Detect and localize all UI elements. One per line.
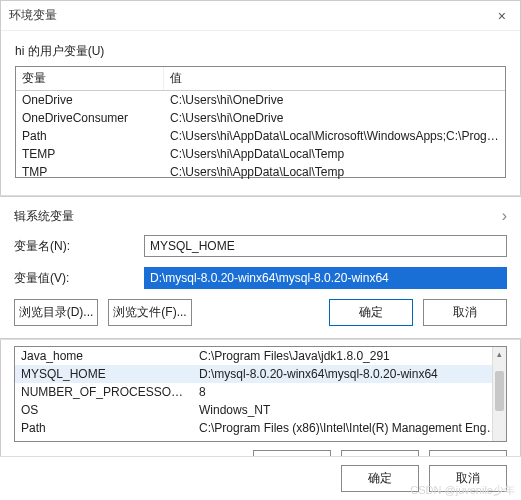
table-row[interactable]: OSWindows_NT [15, 401, 506, 419]
browse-dir-button[interactable]: 浏览目录(D)... [14, 299, 98, 326]
table-row[interactable]: OneDriveC:\Users\hi\OneDrive [16, 91, 505, 109]
user-vars-label: hi 的用户变量(U) [15, 43, 506, 60]
scroll-up-icon[interactable]: ▴ [493, 347, 506, 361]
table-row[interactable]: PATHEXT.COM;.EXE;.BAT;.CMD;.VBS;.VBE;.JS… [15, 437, 506, 442]
user-vars-body: OneDriveC:\Users\hi\OneDrive OneDriveCon… [16, 91, 505, 181]
titlebar: 环境变量 × [1, 1, 520, 31]
var-value-input[interactable]: D:\mysql-8.0.20-winx64\mysql-8.0.20-winx… [144, 267, 507, 289]
edit-button-row: 浏览目录(D)... 浏览文件(F)... 确定 取消 [14, 299, 507, 326]
name-row: 变量名(N): [14, 235, 507, 257]
edit-title: 辑系统变量 [14, 208, 74, 225]
table-header: 变量 值 [16, 67, 505, 91]
system-vars-body: Java_homeC:\Program Files\Java\jdk1.8.0_… [15, 347, 506, 442]
scrollbar[interactable]: ▴ [492, 347, 506, 441]
user-vars-table[interactable]: 变量 值 OneDriveC:\Users\hi\OneDrive OneDri… [15, 66, 506, 178]
system-vars-table[interactable]: Java_homeC:\Program Files\Java\jdk1.8.0_… [14, 346, 507, 442]
table-row[interactable]: TEMPC:\Users\hi\AppData\Local\Temp [16, 145, 505, 163]
browse-file-button[interactable]: 浏览文件(F)... [108, 299, 192, 326]
col-name[interactable]: 变量 [16, 67, 164, 90]
spacer [202, 299, 319, 326]
table-row[interactable]: NUMBER_OF_PROCESSORS8 [15, 383, 506, 401]
table-row[interactable]: MYSQL_HOMED:\mysql-8.0.20-winx64\mysql-8… [15, 365, 506, 383]
table-row[interactable]: TMPC:\Users\hi\AppData\Local\Temp [16, 163, 505, 181]
edit-ok-button[interactable]: 确定 [329, 299, 413, 326]
outer-ok-button[interactable]: 确定 [341, 465, 419, 492]
table-row[interactable]: PathC:\Users\hi\AppData\Local\Microsoft\… [16, 127, 505, 145]
content-area: hi 的用户变量(U) 变量 值 OneDriveC:\Users\hi\One… [1, 31, 520, 178]
var-name-input[interactable] [144, 235, 507, 257]
edit-cancel-button[interactable]: 取消 [423, 299, 507, 326]
edit-var-dialog: 辑系统变量 › 变量名(N): 变量值(V): D:\mysql-8.0.20-… [0, 196, 521, 339]
col-value[interactable]: 值 [164, 67, 505, 90]
value-row: 变量值(V): D:\mysql-8.0.20-winx64\mysql-8.0… [14, 267, 507, 289]
table-row[interactable]: Java_homeC:\Program Files\Java\jdk1.8.0_… [15, 347, 506, 365]
table-row[interactable]: PathC:\Program Files (x86)\Intel\Intel(R… [15, 419, 506, 437]
watermark: CSDN @juvenile少年 [410, 483, 515, 498]
chevron-right-icon[interactable]: › [502, 207, 507, 225]
value-label: 变量值(V): [14, 270, 144, 287]
edit-titlebar: 辑系统变量 › [14, 207, 507, 225]
close-icon[interactable]: × [492, 8, 512, 24]
name-label: 变量名(N): [14, 238, 144, 255]
dialog-title: 环境变量 [9, 7, 492, 24]
table-row[interactable]: OneDriveConsumerC:\Users\hi\OneDrive [16, 109, 505, 127]
scroll-thumb[interactable] [495, 371, 504, 411]
